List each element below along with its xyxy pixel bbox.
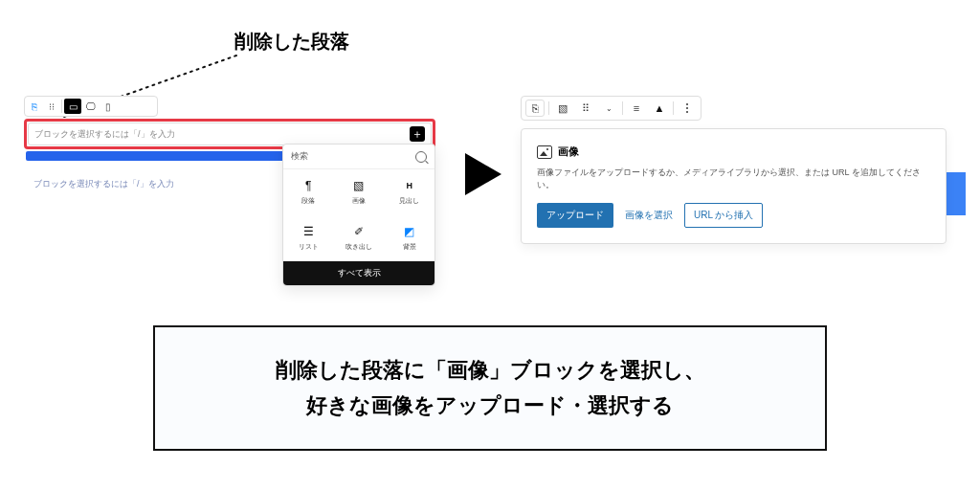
image-icon: ▧ (351, 179, 367, 192)
balloon-icon: ✐ (351, 225, 367, 238)
align-icon[interactable]: ▭ (64, 99, 81, 114)
annotation-label: 削除した段落 (234, 29, 349, 55)
image-title: 画像 (558, 145, 579, 159)
paragraph-icon: ¶ (301, 179, 316, 192)
block-paragraph[interactable]: ¶段落 (283, 169, 334, 215)
chevron-down-icon[interactable]: ⌄ (599, 100, 618, 117)
search-label: 検索 (291, 150, 308, 163)
left-editor-panel: ⎘ ⁝⁝ ▭ 🖵 ▯ ブロックを選択するには「/」を入力 ＋ ブロックを選択する… (24, 96, 435, 190)
add-block-button[interactable]: ＋ (410, 126, 425, 142)
background-icon: ◩ (402, 225, 417, 238)
image-icon[interactable]: ▧ (553, 100, 572, 117)
image-description: 画像ファイルをアップロードするか、メディアライブラリから選択、または URL を… (537, 167, 930, 191)
block-inserter-popover: 検索 ¶段落 ▧画像 H見出し ☰リスト ✐吹き出し ◩背景 すべて表示 (282, 144, 435, 286)
warning-icon[interactable]: ▲ (650, 100, 669, 117)
image-block-toolbar: ⎘ ▧ ⠿ ⌄ ≡ ▲ (521, 96, 702, 121)
insert-url-button[interactable]: URL から挿入 (684, 203, 763, 228)
upload-button[interactable]: アップロード (537, 203, 613, 228)
heading-icon: H (402, 179, 417, 192)
desktop-icon[interactable]: 🖵 (83, 99, 99, 114)
image-actions: アップロード 画像を選択 URL から挿入 (537, 203, 930, 228)
list-icon: ☰ (301, 225, 316, 238)
instruction-callout: 削除した段落に「画像」ブロックを選択し、 好きな画像をアップロード・選択する (153, 325, 827, 451)
arrow-icon (465, 153, 501, 195)
block-background[interactable]: ◩背景 (384, 215, 434, 261)
paragraph-placeholder-row[interactable]: ブロックを選択するには「/」を入力 ＋ (28, 122, 432, 145)
right-image-panel: ⎘ ▧ ⠿ ⌄ ≡ ▲ 画像 画像ファイルをアップロードするか、メディアライブラ… (521, 96, 970, 244)
grid-icon[interactable]: ⠿ (576, 100, 595, 117)
callout-line-1: 削除した段落に「画像」ブロックを選択し、 (174, 352, 806, 388)
image-icon (537, 145, 552, 159)
placeholder-text: ブロックを選択するには「/」を入力 (34, 128, 175, 141)
separator (548, 101, 549, 115)
select-image-button[interactable]: 画像を選択 (623, 204, 675, 227)
block-image[interactable]: ▧画像 (334, 169, 385, 215)
block-balloon[interactable]: ✐吹き出し (334, 215, 385, 261)
separator (673, 101, 674, 115)
block-list[interactable]: ☰リスト (283, 215, 334, 261)
block-heading[interactable]: H見出し (384, 169, 434, 215)
transform-icon[interactable]: ⎘ (27, 99, 42, 114)
transform-icon[interactable]: ⎘ (525, 100, 545, 117)
callout-line-2: 好きな画像をアップロード・選択する (174, 388, 806, 423)
block-toolbar: ⎘ ⁝⁝ ▭ 🖵 ▯ (24, 96, 158, 117)
more-icon[interactable] (678, 100, 697, 117)
separator (622, 101, 623, 115)
separator (61, 100, 62, 113)
inserter-show-all[interactable]: すべて表示 (283, 261, 434, 285)
drag-handle-icon[interactable]: ⁝⁝ (44, 99, 59, 114)
align-icon[interactable]: ≡ (627, 100, 646, 117)
inserter-grid: ¶段落 ▧画像 H見出し ☰リスト ✐吹き出し ◩背景 (283, 169, 434, 261)
mobile-icon[interactable]: ▯ (100, 99, 116, 114)
image-block-card: 画像 画像ファイルをアップロードするか、メディアライブラリから選択、または UR… (521, 128, 947, 244)
inserter-search[interactable]: 検索 (283, 145, 434, 169)
search-icon (415, 151, 427, 163)
